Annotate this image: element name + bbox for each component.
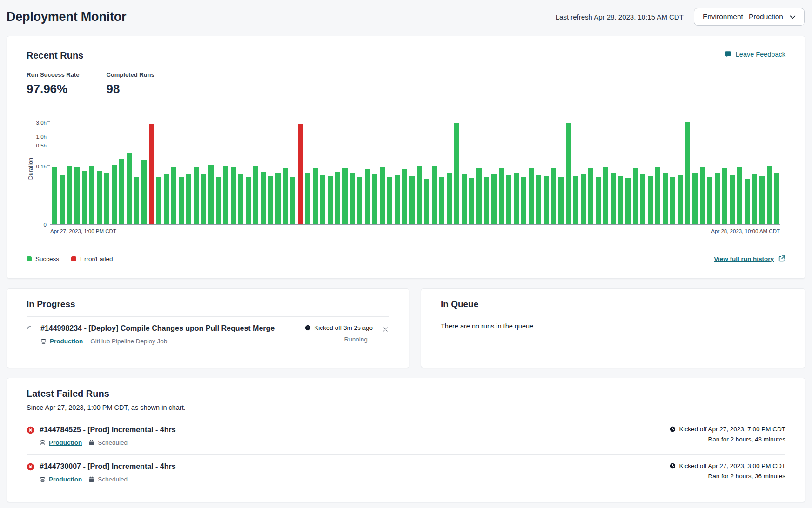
chart-bar-success[interactable] xyxy=(127,153,132,224)
chart-bar-success[interactable] xyxy=(253,166,258,225)
chart-bar-success[interactable] xyxy=(275,173,281,224)
chart-bar-success[interactable] xyxy=(640,174,645,224)
environment-dropdown[interactable]: Environment Production xyxy=(694,8,805,26)
chart-bar-success[interactable] xyxy=(476,168,482,224)
chart-bar-success[interactable] xyxy=(454,123,459,224)
in-progress-environment-link[interactable]: Production xyxy=(50,338,83,345)
chart-bar-success[interactable] xyxy=(462,174,467,224)
chart-bar-success[interactable] xyxy=(179,177,184,224)
chart-bar-success[interactable] xyxy=(387,177,392,224)
chart-bar-success[interactable] xyxy=(402,169,407,224)
chart-bar-success[interactable] xyxy=(678,175,683,224)
chart-bar-success[interactable] xyxy=(774,173,779,224)
chart-bar-success[interactable] xyxy=(700,167,705,224)
chart-bar-success[interactable] xyxy=(491,174,497,224)
chart-bar-success[interactable] xyxy=(194,167,199,224)
chart-bar-success[interactable] xyxy=(625,178,631,224)
chart-bar-success[interactable] xyxy=(558,177,564,224)
chart-bar-success[interactable] xyxy=(74,167,80,224)
view-full-run-history-link[interactable]: View full run history xyxy=(714,255,785,262)
chart-bar-success[interactable] xyxy=(611,173,616,224)
chart-bar-success[interactable] xyxy=(313,168,318,224)
chart-bar-success[interactable] xyxy=(119,159,124,224)
chart-bar-success[interactable] xyxy=(730,175,735,224)
chart-bar-success[interactable] xyxy=(670,177,675,224)
chart-bar-success[interactable] xyxy=(141,160,147,224)
chart-bar-success[interactable] xyxy=(186,174,191,224)
chart-bar-success[interactable] xyxy=(767,166,772,224)
chart-bar-success[interactable] xyxy=(685,122,690,224)
chart-bar-success[interactable] xyxy=(89,166,94,225)
chart-bar-success[interactable] xyxy=(395,175,400,224)
failed-run-environment-link[interactable]: Production xyxy=(49,476,82,483)
chart-bar-success[interactable] xyxy=(223,166,228,224)
chart-bar-success[interactable] xyxy=(722,168,727,224)
chart-bar-success[interactable] xyxy=(60,175,65,224)
chart-bar-success[interactable] xyxy=(633,168,638,224)
chart-bar-success[interactable] xyxy=(283,168,288,224)
chart-bar-success[interactable] xyxy=(97,171,102,225)
chart-bar-success[interactable] xyxy=(506,175,511,224)
chart-bar-success[interactable] xyxy=(536,175,541,224)
chart-bar-success[interactable] xyxy=(432,166,437,224)
chart-bar-success[interactable] xyxy=(745,179,750,224)
chart-bar-success[interactable] xyxy=(67,166,72,225)
chart-bar-success[interactable] xyxy=(216,177,221,224)
chart-bar-success[interactable] xyxy=(134,177,139,224)
chart-bar-success[interactable] xyxy=(484,177,489,224)
chart-bar-success[interactable] xyxy=(692,173,698,224)
chart-bar-success[interactable] xyxy=(320,175,325,224)
leave-feedback-link[interactable]: Leave Feedback xyxy=(724,50,785,58)
chart-bar-success[interactable] xyxy=(417,166,422,225)
chart-bar-success[interactable] xyxy=(156,177,161,224)
chart-bar-success[interactable] xyxy=(357,177,362,224)
chart-bar-success[interactable] xyxy=(603,167,608,224)
failed-run-environment-link[interactable]: Production xyxy=(49,439,82,446)
chart-bar-success[interactable] xyxy=(246,177,251,224)
chart-bar-success[interactable] xyxy=(514,173,519,225)
chart-bar-success[interactable] xyxy=(372,174,377,224)
chart-bar-success[interactable] xyxy=(499,168,504,224)
chart-bar-success[interactable] xyxy=(104,173,109,224)
chart-bar-success[interactable] xyxy=(588,168,593,224)
chart-bar-success[interactable] xyxy=(521,177,526,224)
chart-bar-success[interactable] xyxy=(663,173,668,224)
chart-bar-success[interactable] xyxy=(529,168,534,224)
chart-bar-success[interactable] xyxy=(737,167,742,224)
chart-bar-success[interactable] xyxy=(112,165,117,224)
chart-bar-success[interactable] xyxy=(52,167,57,224)
chart-bar-success[interactable] xyxy=(648,176,653,224)
chart-bar-failed[interactable] xyxy=(149,124,154,224)
chart-bar-success[interactable] xyxy=(290,177,295,224)
chart-bar-success[interactable] xyxy=(365,169,370,224)
chart-bar-success[interactable] xyxy=(238,174,243,224)
chart-bar-success[interactable] xyxy=(342,168,348,224)
chart-bar-success[interactable] xyxy=(573,176,578,224)
chart-bar-success[interactable] xyxy=(715,173,720,224)
chart-bar-success[interactable] xyxy=(208,165,214,224)
dismiss-run-button[interactable] xyxy=(381,325,389,335)
chart-bar-success[interactable] xyxy=(544,176,549,224)
chart-bar-success[interactable] xyxy=(581,174,586,224)
chart-bar-success[interactable] xyxy=(164,174,169,224)
chart-bar-success[interactable] xyxy=(752,174,757,224)
chart-bar-success[interactable] xyxy=(655,167,660,224)
chart-bar-success[interactable] xyxy=(409,176,415,224)
chart-bar-success[interactable] xyxy=(305,173,310,225)
chart-bar-success[interactable] xyxy=(171,167,176,224)
chart-bar-success[interactable] xyxy=(201,174,206,224)
chart-bar-success[interactable] xyxy=(566,123,571,224)
chart-bar-success[interactable] xyxy=(707,177,712,224)
chart-bar-success[interactable] xyxy=(759,176,765,224)
chart-bar-success[interactable] xyxy=(328,176,333,224)
chart-bar-success[interactable] xyxy=(551,168,556,224)
chart-bar-success[interactable] xyxy=(424,179,429,224)
chart-bar-success[interactable] xyxy=(380,167,385,224)
chart-bar-success[interactable] xyxy=(596,177,601,224)
chart-bar-success[interactable] xyxy=(268,176,273,224)
chart-bar-success[interactable] xyxy=(439,177,444,224)
chart-bar-success[interactable] xyxy=(447,173,452,224)
chart-bar-success[interactable] xyxy=(469,178,474,224)
chart-bar-success[interactable] xyxy=(82,171,87,225)
chart-bar-success[interactable] xyxy=(261,172,266,224)
